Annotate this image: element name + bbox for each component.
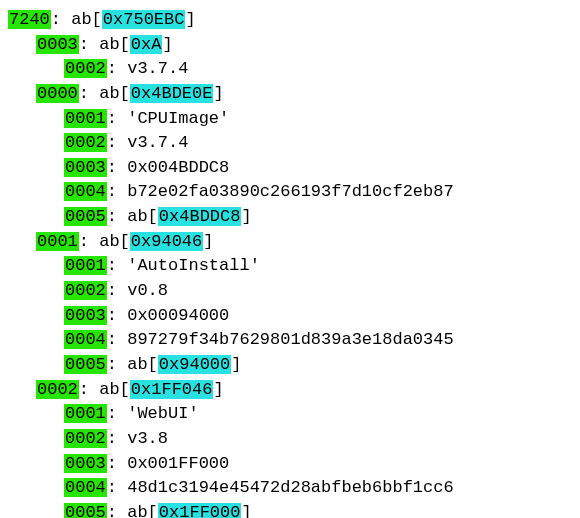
group-addr: 0x1FF046 bbox=[130, 380, 214, 399]
child-key: 0002 bbox=[64, 429, 107, 448]
child-key: 0002 bbox=[64, 133, 107, 152]
group-key: 0000 bbox=[36, 84, 79, 103]
root-suffix: : ab[ bbox=[51, 10, 102, 29]
child-close: ] bbox=[241, 503, 251, 518]
group-suffix: : ab[ bbox=[79, 35, 130, 54]
tree-child-row: 0001: 'WebUI' bbox=[8, 402, 572, 427]
child-key: 0002 bbox=[64, 59, 107, 78]
child-key: 0002 bbox=[64, 281, 107, 300]
child-key: 0001 bbox=[64, 109, 107, 128]
group-key: 0003 bbox=[36, 35, 79, 54]
child-suffix: : ab[ bbox=[107, 355, 158, 374]
child-key: 0004 bbox=[64, 330, 107, 349]
child-key: 0001 bbox=[64, 404, 107, 423]
child-close: ] bbox=[241, 207, 251, 226]
group-key: 0002 bbox=[36, 380, 79, 399]
child-key: 0004 bbox=[64, 478, 107, 497]
child-key: 0003 bbox=[64, 158, 107, 177]
tree-child-row: 0004: 48d1c3194e45472d28abfbeb6bbf1cc6 bbox=[8, 476, 572, 501]
root-close: ] bbox=[185, 10, 195, 29]
child-key: 0003 bbox=[64, 454, 107, 473]
child-value: : 0x004BDDC8 bbox=[107, 158, 229, 177]
tree-child-row: 0002: v3.8 bbox=[8, 427, 572, 452]
root-key: 7240 bbox=[8, 10, 51, 29]
group-close: ] bbox=[213, 84, 223, 103]
group-close: ] bbox=[213, 380, 223, 399]
group-header: 0000: ab[0x4BDE0E] bbox=[8, 82, 572, 107]
tree-child-row: 0001: 'CPUImage' bbox=[8, 107, 572, 132]
group-header: 0001: ab[0x94046] bbox=[8, 230, 572, 255]
child-addr: 0x94000 bbox=[158, 355, 231, 374]
child-value: : v3.7.4 bbox=[107, 59, 189, 78]
child-key: 0004 bbox=[64, 182, 107, 201]
tree-child-row: 0002: v0.8 bbox=[8, 279, 572, 304]
group-header: 0003: ab[0xA] bbox=[8, 33, 572, 58]
child-value: : 'CPUImage' bbox=[107, 109, 229, 128]
tree-child-row: 0001: 'AutoInstall' bbox=[8, 254, 572, 279]
child-key: 0005 bbox=[64, 207, 107, 226]
group-addr: 0x4BDE0E bbox=[130, 84, 214, 103]
child-value: : v3.8 bbox=[107, 429, 168, 448]
child-value: : 0x00094000 bbox=[107, 306, 229, 325]
child-key: 0005 bbox=[64, 503, 107, 518]
child-value: : 897279f34b7629801d839a3e18da0345 bbox=[107, 330, 454, 349]
group-suffix: : ab[ bbox=[79, 232, 130, 251]
group-addr: 0xA bbox=[130, 35, 163, 54]
tree-child-row: 0004: 897279f34b7629801d839a3e18da0345 bbox=[8, 328, 572, 353]
child-value: : v0.8 bbox=[107, 281, 168, 300]
tree-child-row: 0005: ab[0x1FF000] bbox=[8, 501, 572, 518]
child-key: 0003 bbox=[64, 306, 107, 325]
tree-child-row: 0005: ab[0x94000] bbox=[8, 353, 572, 378]
tree-root-row: 7240: ab[0x750EBC] bbox=[8, 8, 572, 33]
child-suffix: : ab[ bbox=[107, 207, 158, 226]
group-close: ] bbox=[203, 232, 213, 251]
child-key: 0001 bbox=[64, 256, 107, 275]
tree-child-row: 0003: 0x00094000 bbox=[8, 304, 572, 329]
group-addr: 0x94046 bbox=[130, 232, 203, 251]
tree-child-row: 0003: 0x001FF000 bbox=[8, 452, 572, 477]
group-close: ] bbox=[162, 35, 172, 54]
child-value: : 'AutoInstall' bbox=[107, 256, 260, 275]
child-key: 0005 bbox=[64, 355, 107, 374]
group-header: 0002: ab[0x1FF046] bbox=[8, 378, 572, 403]
child-addr: 0x1FF000 bbox=[158, 503, 242, 518]
child-addr: 0x4BDDC8 bbox=[158, 207, 242, 226]
group-suffix: : ab[ bbox=[79, 84, 130, 103]
group-suffix: : ab[ bbox=[79, 380, 130, 399]
child-value: : 0x001FF000 bbox=[107, 454, 229, 473]
tree-child-row: 0003: 0x004BDDC8 bbox=[8, 156, 572, 181]
tree-child-row: 0005: ab[0x4BDDC8] bbox=[8, 205, 572, 230]
child-value: : v3.7.4 bbox=[107, 133, 189, 152]
tree-child-row: 0002: v3.7.4 bbox=[8, 57, 572, 82]
child-close: ] bbox=[231, 355, 241, 374]
child-value: : 'WebUI' bbox=[107, 404, 199, 423]
child-value: : b72e02fa03890c266193f7d10cf2eb87 bbox=[107, 182, 454, 201]
tree-child-row: 0002: v3.7.4 bbox=[8, 131, 572, 156]
child-suffix: : ab[ bbox=[107, 503, 158, 518]
child-value: : 48d1c3194e45472d28abfbeb6bbf1cc6 bbox=[107, 478, 454, 497]
tree-child-row: 0004: b72e02fa03890c266193f7d10cf2eb87 bbox=[8, 180, 572, 205]
root-addr: 0x750EBC bbox=[102, 10, 186, 29]
group-key: 0001 bbox=[36, 232, 79, 251]
